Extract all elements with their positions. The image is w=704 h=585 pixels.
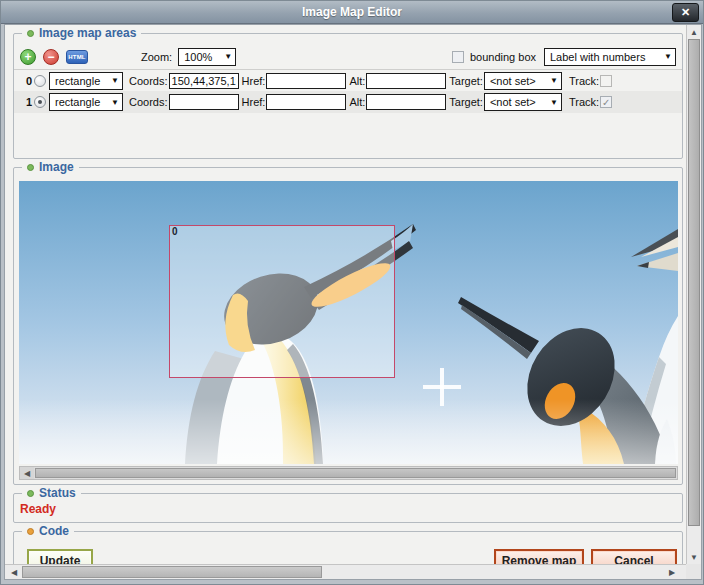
href-input[interactable]	[266, 94, 346, 110]
fieldset-bullet-icon	[27, 528, 34, 535]
chevron-down-icon: ▼	[550, 98, 558, 107]
target-label: Target:	[449, 96, 483, 108]
image-legend-text: Image	[39, 160, 74, 174]
chevron-down-icon: ▼	[224, 52, 232, 61]
image-map-areas-fieldset: Image map areas + − HTML Zoom: 100% ▼	[13, 33, 683, 159]
scroll-left-button[interactable]: ◀	[7, 565, 21, 579]
zoom-value: 100%	[184, 51, 212, 63]
scroll-down-button[interactable]: ▼	[687, 550, 701, 564]
alt-label: Alt:	[349, 96, 365, 108]
href-input[interactable]	[266, 73, 346, 89]
shape-select[interactable]: rectangle ▼	[49, 72, 123, 90]
shape-value: rectangle	[55, 96, 100, 108]
area-index: 0	[20, 75, 32, 87]
image-map-areas-legend-text: Image map areas	[39, 26, 136, 40]
scroll-down-icon: ▼	[690, 553, 698, 562]
scroll-left-button[interactable]: ◀	[20, 467, 34, 479]
titlebar[interactable]: Image Map Editor ✕	[1, 1, 703, 24]
track-checkbox[interactable]	[600, 75, 612, 87]
plus-glyph: +	[24, 51, 31, 63]
fieldset-bullet-icon	[27, 490, 34, 497]
image-horizontal-scrollbar[interactable]: ◀	[19, 466, 678, 480]
scrollbar-corner	[686, 564, 701, 579]
remove-area-icon[interactable]: −	[43, 49, 59, 65]
coords-label: Coords:	[129, 75, 168, 87]
area-row-1: 1 rectangle ▼ Coords: Href: Alt: Target:…	[14, 91, 682, 113]
close-icon: ✕	[681, 6, 690, 19]
image-legend: Image	[22, 160, 79, 174]
href-label: Href:	[242, 96, 266, 108]
target-select[interactable]: <not set> ▼	[484, 72, 562, 90]
status-text: Ready	[20, 502, 56, 516]
image-map-editor-dialog: Image Map Editor ✕ Image map areas + − H…	[0, 0, 704, 585]
dialog-content: Image map areas + − HTML Zoom: 100% ▼	[4, 24, 702, 580]
status-legend: Status	[22, 486, 81, 500]
href-label: Href:	[242, 75, 266, 87]
code-legend: Code	[22, 524, 74, 538]
image-map-areas-legend: Image map areas	[22, 26, 141, 40]
area-row-0: 0 rectangle ▼ Coords: Href: Alt: Target:…	[14, 70, 682, 91]
check-icon: ✓	[602, 97, 610, 108]
target-value: <not set>	[490, 75, 536, 87]
label-mode-select[interactable]: Label with numbers ▼	[544, 48, 676, 66]
area-select-radio[interactable]	[34, 75, 46, 87]
image-scrollbar-thumb[interactable]	[35, 468, 676, 478]
target-label: Target:	[449, 75, 483, 87]
zoom-select[interactable]: 100% ▼	[178, 48, 236, 66]
image-fieldset: Image	[13, 167, 683, 485]
target-select[interactable]: <not set> ▼	[484, 93, 562, 111]
shape-value: rectangle	[55, 75, 100, 87]
bounding-box-label: bounding box	[470, 51, 536, 63]
track-label: Track:	[569, 75, 599, 87]
zoom-label: Zoom:	[141, 51, 172, 63]
area-index: 1	[20, 96, 32, 108]
map-area-number: 0	[172, 226, 178, 237]
label-mode-value: Label with numbers	[550, 51, 645, 63]
horizontal-scrollbar-thumb[interactable]	[22, 566, 322, 578]
coords-input[interactable]	[169, 73, 239, 89]
chevron-down-icon: ▼	[111, 98, 119, 107]
alt-input[interactable]	[366, 94, 446, 110]
html-icon[interactable]: HTML	[66, 50, 88, 64]
dialog-vertical-scrollbar[interactable]: ▲ ▼	[686, 25, 701, 564]
scroll-up-button[interactable]: ▲	[687, 25, 701, 39]
coords-label: Coords:	[129, 96, 168, 108]
fieldset-bullet-icon	[27, 164, 34, 171]
track-label: Track:	[569, 96, 599, 108]
scroll-left-icon: ◀	[11, 568, 17, 577]
code-legend-text: Code	[39, 524, 69, 538]
coords-input[interactable]	[169, 94, 239, 110]
chevron-down-icon: ▼	[550, 76, 558, 85]
map-area-rectangle[interactable]: 0	[169, 225, 395, 378]
dialog-title: Image Map Editor	[302, 5, 402, 19]
alt-input[interactable]	[366, 73, 446, 89]
track-checkbox[interactable]: ✓	[600, 96, 612, 108]
chevron-down-icon: ▼	[111, 76, 119, 85]
alt-label: Alt:	[349, 75, 365, 87]
vertical-scrollbar-thumb[interactable]	[688, 39, 700, 526]
bounding-box-checkbox[interactable]	[452, 51, 464, 63]
chevron-down-icon: ▼	[664, 52, 672, 61]
dialog-horizontal-scrollbar[interactable]: ◀ ▶	[5, 564, 701, 579]
target-value: <not set>	[490, 96, 536, 108]
scroll-right-button[interactable]: ▶	[665, 565, 679, 579]
scroll-left-icon: ◀	[24, 469, 30, 478]
status-legend-text: Status	[39, 486, 76, 500]
add-area-icon[interactable]: +	[20, 49, 36, 65]
close-button[interactable]: ✕	[672, 3, 699, 22]
image-canvas[interactable]: 0	[19, 181, 678, 464]
fieldset-bullet-icon	[27, 30, 34, 37]
status-fieldset: Status Ready	[13, 493, 683, 523]
scroll-up-icon: ▲	[690, 28, 698, 37]
area-select-radio[interactable]	[34, 96, 46, 108]
html-glyph: HTML	[68, 54, 85, 60]
shape-select[interactable]: rectangle ▼	[49, 93, 123, 111]
scroll-right-icon: ▶	[669, 568, 675, 577]
minus-glyph: −	[47, 51, 54, 63]
